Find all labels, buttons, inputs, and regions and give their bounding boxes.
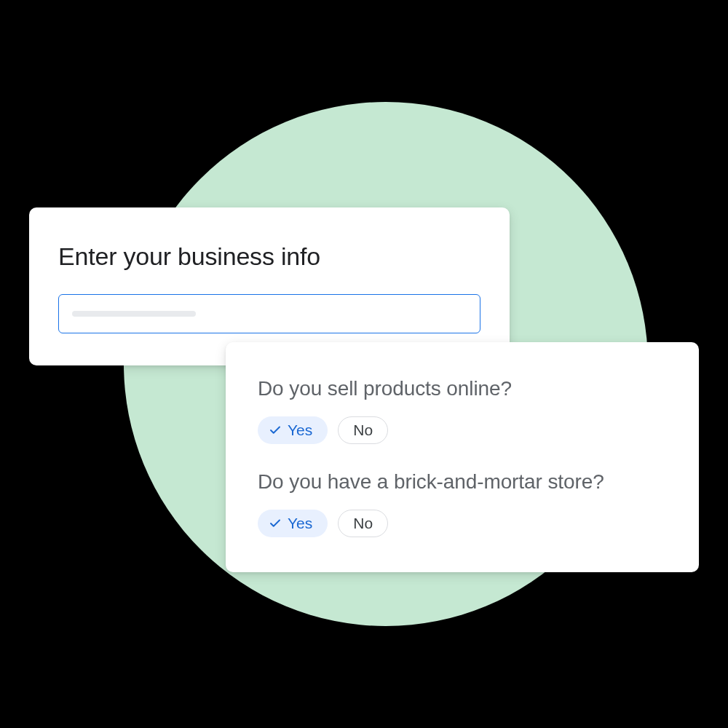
question-brick-mortar: Do you have a brick-and-mortar store? bbox=[258, 470, 667, 494]
yes-label: Yes bbox=[288, 515, 312, 532]
chip-row-online: Yes No bbox=[258, 416, 667, 444]
yes-chip-online[interactable]: Yes bbox=[258, 416, 328, 444]
questions-card: Do you sell products online? Yes No Do y… bbox=[226, 342, 699, 572]
yes-chip-store[interactable]: Yes bbox=[258, 510, 328, 537]
business-info-input[interactable] bbox=[58, 294, 480, 333]
no-label: No bbox=[353, 422, 373, 439]
chip-row-store: Yes No bbox=[258, 510, 667, 537]
check-icon bbox=[269, 517, 282, 530]
no-chip-online[interactable]: No bbox=[338, 416, 388, 444]
question-sell-online: Do you sell products online? bbox=[258, 377, 667, 400]
card-title: Enter your business info bbox=[58, 242, 480, 271]
input-placeholder-bar bbox=[72, 311, 196, 317]
no-chip-store[interactable]: No bbox=[338, 510, 388, 537]
check-icon bbox=[269, 424, 282, 437]
yes-label: Yes bbox=[288, 422, 312, 439]
no-label: No bbox=[353, 515, 373, 532]
